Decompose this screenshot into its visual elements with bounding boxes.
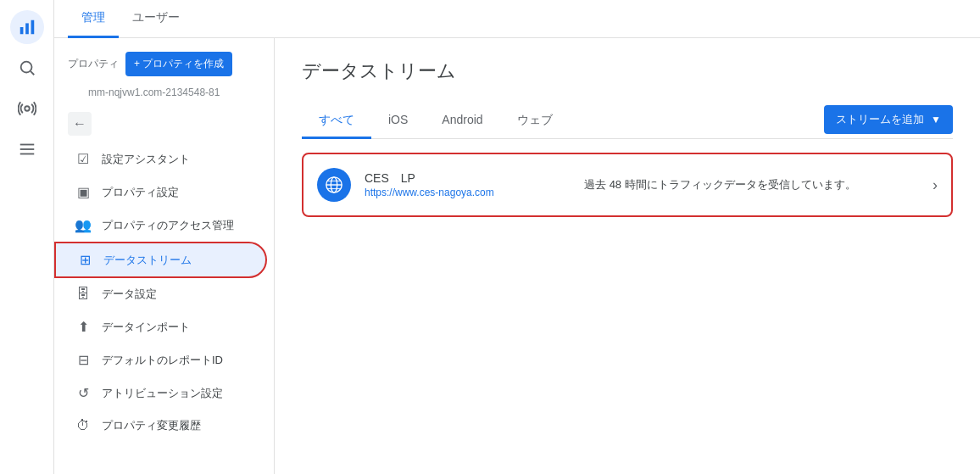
add-stream-button[interactable]: ストリームを追加 ▼ — [824, 105, 953, 134]
page-title: データストリーム — [302, 59, 953, 84]
stream-tabs-row: すべて iOS Android ウェブ ストリームを追加 ▼ — [302, 104, 953, 139]
tab-user[interactable]: ユーザー — [119, 0, 193, 38]
settings-assistant-icon: ☑ — [75, 151, 92, 167]
svg-rect-6 — [19, 144, 34, 146]
menu-items: ☑ 設定アシスタント▣ プロパティ設定👥 プロパティのアクセス管理⊞ データスト… — [54, 142, 274, 442]
svg-rect-8 — [19, 153, 34, 155]
svg-point-5 — [25, 106, 30, 111]
data-stream-label: データストリーム — [103, 253, 192, 268]
right-panel: データストリーム すべて iOS Android ウェブ ストリームを追加 ▼ — [275, 38, 980, 474]
stream-item[interactable]: CES LP https://www.ces-nagoya.com 過去 48 … — [302, 153, 953, 217]
back-button[interactable]: ← — [68, 112, 92, 136]
data-stream-icon: ⊞ — [76, 252, 93, 268]
create-property-button[interactable]: + プロパティを作成 — [125, 52, 232, 76]
data-settings-icon: 🗄 — [75, 287, 92, 302]
attribution-settings-icon: ↺ — [75, 385, 92, 401]
attribution-settings-label: アトリビューション設定 — [102, 386, 223, 401]
analytics-nav-icon[interactable] — [10, 10, 44, 44]
menu-item-access-management[interactable]: 👥 プロパティのアクセス管理 — [54, 209, 267, 242]
property-header: プロパティ + プロパティを作成 — [54, 52, 274, 86]
property-label: プロパティ — [68, 57, 119, 71]
menu-item-settings-assistant[interactable]: ☑ 設定アシスタント — [54, 142, 267, 176]
stream-url: https://www.ces-nagoya.com — [365, 187, 494, 198]
svg-point-3 — [20, 62, 31, 73]
menu-item-default-report-id[interactable]: ⊟ デフォルトのレポートID — [54, 343, 267, 376]
svg-rect-1 — [25, 23, 29, 34]
menu-item-attribution-settings[interactable]: ↺ アトリビューション設定 — [54, 376, 267, 410]
add-stream-chevron-icon: ▼ — [931, 114, 941, 125]
tab-all[interactable]: すべて — [302, 104, 371, 139]
svg-rect-7 — [19, 148, 34, 150]
svg-line-4 — [31, 71, 34, 75]
stream-status: 過去 48 時間にトラフィックデータを受信しています。 — [521, 177, 919, 192]
tab-manage[interactable]: 管理 — [68, 0, 119, 38]
svg-rect-2 — [31, 20, 34, 35]
back-button-row: ← — [54, 109, 274, 139]
stream-info: CES LP https://www.ces-nagoya.com — [365, 171, 494, 198]
data-settings-label: データ設定 — [102, 287, 157, 302]
top-tabs: 管理 ユーザー — [54, 0, 980, 38]
menu-item-data-import[interactable]: ⬆ データインポート — [54, 310, 267, 343]
settings-assistant-label: 設定アシスタント — [102, 152, 190, 167]
antenna-nav-icon[interactable] — [10, 92, 44, 125]
menu-item-property-change-history[interactable]: ⏱ プロパティ変更履歴 — [54, 410, 267, 442]
data-import-icon: ⬆ — [75, 319, 92, 335]
default-report-id-label: デフォルトのレポートID — [102, 353, 223, 368]
data-import-label: データインポート — [102, 320, 190, 335]
icon-sidebar — [0, 0, 54, 474]
access-management-icon: 👥 — [75, 217, 92, 233]
stream-tabs: すべて iOS Android ウェブ — [302, 104, 824, 138]
property-change-history-label: プロパティ変更履歴 — [102, 418, 201, 433]
tab-android[interactable]: Android — [425, 104, 499, 139]
property-settings-label: プロパティ設定 — [102, 185, 179, 200]
stream-name: CES LP — [365, 171, 494, 187]
default-report-id-icon: ⊟ — [75, 352, 92, 368]
left-panel: プロパティ + プロパティを作成 mm-nqjvw1.com-2134548-8… — [54, 38, 275, 474]
access-management-label: プロパティのアクセス管理 — [102, 218, 234, 233]
tab-web[interactable]: ウェブ — [500, 104, 570, 139]
property-domain: mm-nqjvw1.com-2134548-81 — [54, 86, 274, 109]
menu-item-data-stream[interactable]: ⊞ データストリーム — [54, 242, 267, 278]
search-nav-icon[interactable] — [10, 51, 44, 85]
globe-icon — [317, 168, 351, 202]
menu-item-data-settings[interactable]: 🗄 データ設定 — [54, 278, 267, 310]
svg-rect-0 — [19, 27, 23, 34]
property-change-history-icon: ⏱ — [75, 418, 92, 433]
property-settings-icon: ▣ — [75, 184, 92, 200]
stream-chevron-icon: › — [933, 176, 938, 194]
tab-ios[interactable]: iOS — [371, 104, 425, 139]
list-nav-icon[interactable] — [10, 132, 44, 166]
main-area: 管理 ユーザー プロパティ + プロパティを作成 mm-nqjvw1.com-2… — [54, 0, 980, 474]
content-row: プロパティ + プロパティを作成 mm-nqjvw1.com-2134548-8… — [54, 38, 980, 474]
menu-item-property-settings[interactable]: ▣ プロパティ設定 — [54, 176, 267, 209]
